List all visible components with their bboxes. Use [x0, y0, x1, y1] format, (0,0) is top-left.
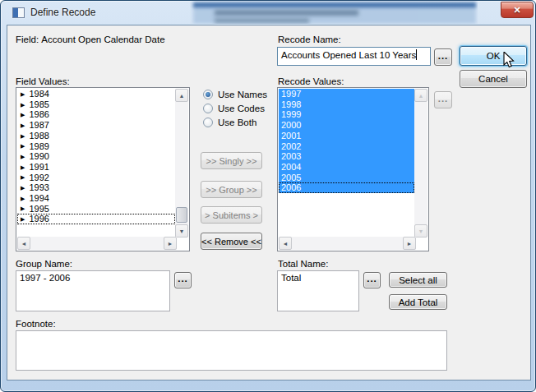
arrow-up-icon: ▲	[418, 93, 424, 99]
arrow-left-icon: ◄	[283, 241, 289, 247]
ellipsis-icon: ...	[438, 53, 449, 58]
transfer-button[interactable]: << Remove <<	[201, 233, 262, 250]
expand-arrow-icon: ▶	[21, 216, 25, 222]
field-value-item[interactable]: ▶ 1985	[17, 99, 175, 110]
arrow-right-icon: ►	[407, 241, 413, 247]
field-value-item[interactable]: ▶ 1994	[17, 193, 175, 204]
window-title: Define Recode	[30, 7, 95, 18]
transfer-button: >> Group >>	[201, 181, 262, 198]
field-value-item[interactable]: ▶ 1984	[17, 89, 175, 99]
scroll-down-button[interactable]: ▼	[175, 224, 188, 238]
field-value-item[interactable]: ▶ 1987	[17, 120, 175, 131]
transfer-button: > Subitems >	[201, 206, 262, 224]
field-label: Field: Account Open Calendar Date	[16, 35, 165, 44]
recode-value-item[interactable]: 2003	[279, 151, 414, 162]
recode-value-item[interactable]: 2005	[279, 173, 414, 183]
recode-value-item[interactable]: 2000	[279, 120, 414, 131]
field-values-horizontal-scrollbar[interactable]: ◄ ►	[17, 237, 177, 250]
expand-arrow-icon: ▶	[21, 102, 25, 108]
field-value-item[interactable]: ▶ 1996	[17, 214, 175, 224]
radio-icon	[203, 118, 213, 127]
transfer-button: >> Singly >>	[201, 152, 262, 169]
recode-name-input[interactable]: Accounts Opened Last 10 Years	[277, 47, 431, 66]
recode-value-item[interactable]: 2004	[279, 162, 414, 173]
recode-name-label: Recode Name:	[278, 35, 341, 44]
ok-button[interactable]: OK	[460, 46, 527, 66]
arrow-up-icon: ▲	[179, 93, 185, 99]
expand-arrow-icon: ▶	[21, 154, 25, 159]
scroll-down-button: ▼	[414, 224, 427, 238]
cancel-button[interactable]: Cancel	[460, 70, 527, 88]
scroll-left-button[interactable]: ◄	[279, 237, 292, 250]
scrollbar-thumb[interactable]	[176, 207, 187, 223]
group-name-browse-button[interactable]: ...	[174, 272, 192, 288]
field-values-label: Field Values:	[16, 76, 70, 86]
field-value-item[interactable]: ▶ 1990	[17, 151, 175, 162]
recode-value-item[interactable]: 2002	[279, 141, 414, 151]
expand-arrow-icon: ▶	[21, 185, 25, 191]
recode-values-label: Recode Values:	[278, 76, 344, 86]
recode-name-browse-button[interactable]: ...	[434, 48, 452, 66]
expand-arrow-icon: ▶	[21, 196, 25, 201]
scroll-right-button[interactable]: ►	[403, 237, 416, 250]
expand-arrow-icon: ▶	[21, 174, 25, 180]
scroll-up-button: ▲	[414, 89, 427, 102]
recode-value-item[interactable]: 2001	[279, 131, 414, 141]
footnote-input[interactable]	[16, 330, 447, 371]
footnote-label: Footnote:	[16, 319, 56, 329]
close-button[interactable]: ✕	[501, 2, 534, 18]
radio-option[interactable]: Use Codes	[203, 102, 267, 114]
recode-value-item[interactable]: 1999	[279, 109, 414, 120]
field-values-vertical-scrollbar[interactable]: ▲ ▼	[175, 89, 188, 238]
select-all-button[interactable]: Select all	[389, 272, 447, 288]
total-name-browse-button[interactable]: ...	[363, 272, 381, 288]
field-value-item[interactable]: ▶ 1989	[17, 141, 175, 151]
radio-option[interactable]: Use Names	[203, 88, 267, 100]
group-name-input[interactable]: 1997 - 2006	[16, 270, 170, 311]
recode-values-vertical-scrollbar: ▲ ▼	[414, 89, 427, 238]
add-total-button[interactable]: Add Total	[389, 294, 447, 310]
scrollbar-track[interactable]	[175, 102, 188, 224]
ellipsis-icon: ...	[178, 276, 188, 281]
total-name-input[interactable]: Total	[277, 270, 359, 311]
recode-value-item[interactable]: 1997	[279, 89, 414, 99]
expand-arrow-icon: ▶	[21, 112, 25, 118]
expand-arrow-icon: ▶	[21, 91, 25, 97]
field-value-item[interactable]: ▶ 1991	[17, 162, 175, 173]
field-values-listbox[interactable]: ▲ ▼ ◄ ► ▶ 1984 ▶ 1985 ▶ 1986	[16, 87, 190, 251]
title-bar[interactable]: Define Recode ✕	[1, 1, 535, 25]
use-mode-radio-group: Use Names Use Codes Use Both	[203, 88, 267, 130]
radio-icon	[203, 90, 213, 99]
app-icon	[12, 7, 25, 18]
scroll-left-button[interactable]: ◄	[17, 237, 30, 250]
scroll-up-button[interactable]: ▲	[175, 89, 188, 102]
field-value-item[interactable]: ▶ 1992	[17, 173, 175, 183]
arrow-down-icon: ▼	[179, 228, 185, 234]
group-name-label: Group Name:	[16, 259, 72, 269]
recode-value-item[interactable]: 2006	[279, 182, 414, 193]
field-value-item[interactable]: ▶ 1986	[17, 109, 175, 120]
define-recode-dialog: Define Recode ✕ Field: Account Open Cale…	[0, 0, 536, 392]
recode-values-browse-button: ...	[434, 91, 452, 108]
close-icon: ✕	[513, 6, 520, 15]
recode-values-listbox[interactable]: ▲ ▼ ◄ ► 1997 1998 1999 2000	[277, 87, 429, 251]
field-value-item[interactable]: ▶ 1993	[17, 182, 175, 193]
field-value-item[interactable]: ▶ 1995	[17, 204, 175, 214]
scroll-right-button[interactable]: ►	[164, 237, 177, 250]
text-caret	[416, 49, 417, 60]
background-window-blur	[190, 1, 478, 24]
expand-arrow-icon: ▶	[21, 122, 25, 128]
transfer-button-column: >> Singly >> >> Group >> > Subitems > <<…	[201, 152, 262, 250]
arrow-down-icon: ▼	[418, 228, 424, 234]
recode-values-horizontal-scrollbar[interactable]: ◄ ►	[279, 237, 416, 250]
ellipsis-icon: ...	[438, 96, 449, 101]
total-name-label: Total Name:	[278, 259, 328, 269]
arrow-right-icon: ►	[168, 241, 173, 247]
expand-arrow-icon: ▶	[21, 143, 25, 149]
arrow-left-icon: ◄	[21, 241, 27, 247]
expand-arrow-icon: ▶	[21, 164, 25, 170]
field-value: Account Open Calendar Date	[41, 35, 164, 44]
radio-option[interactable]: Use Both	[203, 116, 267, 128]
recode-value-item[interactable]: 1998	[279, 99, 414, 110]
field-value-item[interactable]: ▶ 1988	[17, 131, 175, 141]
